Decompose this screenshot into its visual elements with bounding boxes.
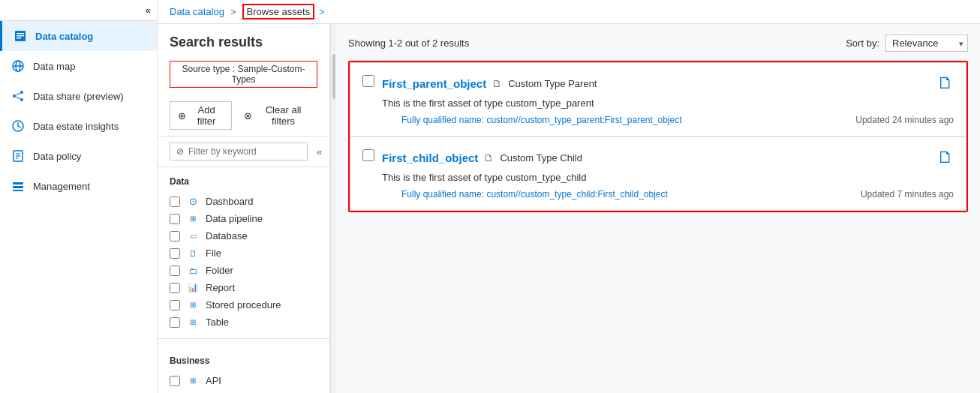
checkbox-stored-procedure[interactable] bbox=[170, 300, 180, 310]
sidebar-item-label-data-share: Data share (preview) bbox=[33, 91, 124, 102]
sidebar-item-data-share[interactable]: Data share (preview) bbox=[0, 81, 157, 111]
search-title: Search results bbox=[170, 34, 317, 50]
sidebar-item-label-data-catalog: Data catalog bbox=[35, 31, 93, 42]
business-section-title: Business bbox=[170, 356, 317, 366]
filter-label-file: File bbox=[206, 248, 221, 259]
data-pipeline-icon: ⊞ bbox=[186, 214, 200, 223]
result-card-2-title[interactable]: First_child_object bbox=[382, 152, 478, 164]
checkbox-data-pipeline[interactable] bbox=[170, 214, 180, 224]
sidebar-item-management[interactable]: Management bbox=[0, 171, 157, 201]
checkbox-table[interactable] bbox=[170, 317, 180, 328]
filter-item-data-pipeline[interactable]: ⊞ Data pipeline bbox=[170, 210, 317, 227]
result-card-2-type-label: Custom Type Child bbox=[500, 152, 582, 164]
checkbox-api[interactable] bbox=[170, 376, 180, 386]
result-card-1-title[interactable]: First_parent_object bbox=[382, 77, 486, 90]
svg-point-8 bbox=[13, 94, 16, 98]
filter-item-application-service[interactable]: ⊕ Application service bbox=[170, 389, 317, 393]
api-icon: ⊞ bbox=[186, 376, 200, 385]
clear-all-filters-button[interactable]: ⊗ Clear all filters bbox=[238, 102, 317, 129]
results-container: First_parent_object 🗋 Custom Type Parent… bbox=[348, 61, 968, 212]
result-card-2: First_child_object 🗋 Custom Type Child 🗋… bbox=[350, 136, 966, 211]
sidebar-item-data-map[interactable]: Data map bbox=[0, 51, 157, 81]
folder-icon: 🗀 bbox=[186, 266, 200, 275]
sidebar-item-data-catalog[interactable]: Data catalog bbox=[0, 21, 157, 51]
svg-rect-17 bbox=[13, 182, 23, 184]
result-card-2-description: This is the first asset of type custom_t… bbox=[382, 172, 954, 183]
filter-label-table: Table bbox=[206, 316, 229, 328]
filter-label-dashboard: Dashboard bbox=[206, 196, 254, 207]
checkbox-folder[interactable] bbox=[170, 266, 180, 276]
results-count: Showing 1-2 out of 2 results bbox=[348, 38, 469, 49]
insights-icon bbox=[11, 118, 26, 134]
filter-item-file[interactable]: 🗋 File bbox=[170, 244, 317, 262]
keyword-filter-row: ⊘ « bbox=[158, 136, 329, 167]
filter-tags-row: Source type : Sample-Custom-Types bbox=[170, 61, 317, 88]
filter-item-table[interactable]: ⊞ Table bbox=[170, 314, 317, 331]
stored-procedure-icon: ⊞ bbox=[186, 301, 200, 309]
result-card-2-file-icon: 🗋 bbox=[937, 148, 954, 167]
result-card-1: First_parent_object 🗋 Custom Type Parent… bbox=[350, 62, 966, 136]
filter-item-report[interactable]: 📊 Report bbox=[170, 279, 317, 296]
result-card-1-bottom: Fully qualified name: custom//custom_typ… bbox=[382, 112, 954, 125]
result-card-1-title-row: First_parent_object 🗋 Custom Type Parent… bbox=[382, 74, 954, 93]
filter-item-dashboard[interactable]: ⊙ Dashboard bbox=[170, 193, 317, 210]
sort-select[interactable]: Relevance Name Last updated bbox=[885, 34, 968, 52]
main-content: Data catalog > Browse assets > Search re… bbox=[158, 0, 980, 393]
result-card-1-fqn[interactable]: Fully qualified name: custom//custom_typ… bbox=[401, 115, 682, 125]
file-icon: 🗋 bbox=[186, 249, 200, 258]
sidebar-item-label-data-estate: Data estate insights bbox=[33, 121, 119, 132]
filter-item-database[interactable]: ▭ Database bbox=[170, 227, 317, 244]
filter-item-api[interactable]: ⊞ API bbox=[170, 372, 317, 389]
svg-rect-1 bbox=[17, 33, 24, 34]
breadcrumb-parent[interactable]: Data catalog bbox=[170, 6, 224, 17]
breadcrumb-bar: Data catalog > Browse assets > bbox=[158, 0, 980, 24]
result-card-2-type-icon: 🗋 bbox=[484, 152, 494, 164]
collapse-filter-panel-button[interactable]: « bbox=[314, 143, 325, 160]
sidebar-item-data-policy[interactable]: Data policy bbox=[0, 141, 157, 171]
svg-line-11 bbox=[16, 97, 20, 99]
svg-line-10 bbox=[16, 93, 20, 95]
clear-all-label: Clear all filters bbox=[255, 104, 311, 127]
sidebar: « Data catalog Data map Data share (prev… bbox=[0, 0, 158, 393]
sidebar-item-label-data-policy: Data policy bbox=[33, 151, 81, 162]
svg-point-9 bbox=[20, 98, 23, 101]
checkbox-report[interactable] bbox=[170, 283, 180, 293]
result-card-1-type-label: Custom Type Parent bbox=[508, 78, 597, 89]
result-card-1-type-icon: 🗋 bbox=[492, 78, 502, 89]
result-card-2-top: First_child_object 🗋 Custom Type Child 🗋 bbox=[362, 148, 954, 167]
management-icon bbox=[11, 178, 26, 194]
result-card-2-updated: Updated 7 minutes ago bbox=[861, 189, 954, 200]
results-panel: Showing 1-2 out of 2 results Sort by: Re… bbox=[336, 24, 980, 393]
results-header: Showing 1-2 out of 2 results Sort by: Re… bbox=[348, 34, 968, 52]
vertical-scroll-thumb[interactable] bbox=[332, 54, 335, 99]
data-section-title: Data bbox=[170, 176, 317, 187]
business-filter-section: Business ⊞ API ⊕ Application service bbox=[158, 346, 329, 393]
filter-label-stored-procedure: Stored procedure bbox=[206, 299, 281, 310]
result-card-1-description: This is the first asset of type custom_t… bbox=[382, 98, 954, 109]
checkbox-dashboard[interactable] bbox=[170, 196, 180, 207]
breadcrumb-current[interactable]: Browse assets bbox=[242, 4, 315, 20]
checkbox-database[interactable] bbox=[170, 231, 180, 242]
svg-rect-18 bbox=[13, 186, 23, 188]
filter-item-folder[interactable]: 🗀 Folder bbox=[170, 262, 317, 279]
keyword-filter-box: ⊘ bbox=[170, 142, 308, 160]
data-filter-section: Data ⊙ Dashboard ⊞ Data pipeline ▭ bbox=[158, 167, 329, 331]
filter-label-folder: Folder bbox=[206, 265, 233, 276]
sidebar-item-data-estate[interactable]: Data estate insights bbox=[0, 111, 157, 141]
add-filter-button[interactable]: ⊕ Add filter bbox=[170, 101, 232, 130]
database-icon: ▭ bbox=[186, 232, 200, 240]
search-header: Search results Source type : Sample-Cust… bbox=[158, 24, 329, 95]
sort-row: Sort by: Relevance Name Last updated bbox=[846, 34, 968, 52]
result-card-1-checkbox[interactable] bbox=[362, 75, 374, 87]
keyword-input[interactable] bbox=[188, 146, 301, 157]
result-card-2-bottom: Fully qualified name: custom//custom_typ… bbox=[382, 186, 954, 200]
result-card-2-fqn[interactable]: Fully qualified name: custom//custom_typ… bbox=[401, 189, 668, 200]
active-filter-tag[interactable]: Source type : Sample-Custom-Types bbox=[170, 61, 317, 88]
filter-label-database: Database bbox=[206, 230, 248, 242]
result-card-2-checkbox[interactable] bbox=[362, 149, 374, 161]
checkbox-file[interactable] bbox=[170, 248, 180, 259]
filter-item-stored-procedure[interactable]: ⊞ Stored procedure bbox=[170, 296, 317, 314]
result-card-1-file-icon: 🗋 bbox=[937, 74, 954, 93]
collapse-sidebar-button[interactable]: « bbox=[0, 0, 157, 21]
collapse-icon: « bbox=[146, 4, 151, 16]
